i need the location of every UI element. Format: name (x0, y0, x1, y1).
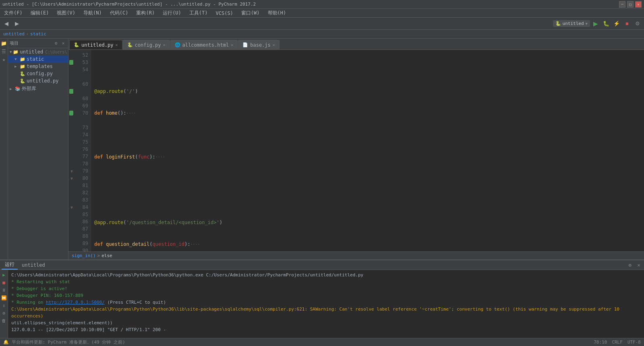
tree-label-templates: templates (27, 64, 53, 69)
tab-close-allcomments[interactable]: ✕ (231, 43, 233, 47)
minimize-button[interactable]: ─ (619, 1, 625, 8)
tree-icon-config: 🐍 (20, 71, 25, 76)
run-filter-icon[interactable]: ⚙ (1, 310, 7, 316)
run-coverage-button[interactable]: ⚡ (612, 19, 621, 29)
run-text-7: 127.0.0.1 -- [22/Dec/2017 10:10:09] "GET… (11, 327, 166, 332)
tab-close-config[interactable]: ✕ (163, 43, 166, 47)
nav-project[interactable]: untitled (3, 31, 25, 37)
run-scroll-icon[interactable]: ↕ (1, 302, 7, 309)
menu-file[interactable]: 文件(F) (2, 9, 25, 17)
sidebar-gear-icon[interactable]: ⚙ (53, 40, 59, 47)
code-content[interactable]: @app.route('/') def home():···· def logi… (91, 50, 644, 251)
toolbar-settings-button[interactable]: ⚙ (633, 19, 642, 29)
project-icon[interactable]: 📁 (1, 40, 7, 47)
run-stop-icon[interactable]: ■ (1, 279, 7, 286)
menu-refactor[interactable]: 重构(R) (134, 9, 157, 17)
bottom-panel: 运行 untitled ⚙ ✕ ▶ ■ ⏸ ⏩ ↕ ⚙ 🗑 C:\Users\A… (0, 260, 644, 338)
window-controls: ─ □ ✕ (619, 1, 642, 8)
stop-button[interactable]: ■ (622, 19, 632, 29)
menu-vcs[interactable]: VCS(S) (213, 10, 236, 16)
status-update[interactable]: 🔔 平台和插件更新: PyCharm 准备更新。(49 分钟 之前) (3, 339, 125, 345)
menu-view[interactable]: 视图(V) (54, 9, 78, 17)
run-play-icon[interactable]: ▶ (1, 272, 7, 278)
sidebar-close-icon[interactable]: ✕ (60, 40, 66, 47)
tab-icon-base-js: 📄 (242, 42, 248, 47)
gutter-69 (69, 88, 74, 95)
toolbar-back-button[interactable]: ◀ (2, 19, 11, 29)
gutter-93 (69, 247, 74, 251)
code-editor[interactable]: ▼ ▼ ▼ 52 53 54 60 6 (68, 50, 644, 251)
toolbar-forward-button[interactable]: ▶ (12, 19, 22, 29)
breadcrumb-sep: > (97, 253, 100, 258)
status-right: 78:10 CRLF UTF-8 (594, 340, 641, 345)
gutter-83: ▼ (69, 175, 74, 182)
gutter-75 (69, 117, 74, 124)
toolbar-right: 🐍 untitled ▼ ▶ 🐛 ⚡ ■ ⚙ (553, 19, 642, 29)
run-line-4: * Running on http://127.0.0.1:5000/ (Pre… (11, 299, 641, 306)
run-pause-icon[interactable]: ⏸ (1, 287, 7, 293)
menu-run[interactable]: 运行(U) (160, 9, 184, 17)
sidebar: 项目 ⚙ ✕ ▼ 📁 untitled C:\Users\ ▼ 📁 static… (8, 39, 68, 260)
tree-path-untitled: C:\Users\ (45, 50, 67, 54)
close-button[interactable]: ✕ (635, 1, 642, 8)
nav-static[interactable]: static (30, 31, 46, 37)
menu-window[interactable]: 窗口(W) (239, 9, 262, 17)
tree-item-external-libs[interactable]: ▶ 📚 外部库 (8, 84, 68, 93)
tab-allcomments[interactable]: 🌐 allcomments.html ✕ (170, 40, 238, 49)
debug-button[interactable]: 🐛 (601, 19, 611, 29)
tree-item-static[interactable]: ▼ 📁 static (8, 56, 68, 63)
status-line-col[interactable]: 78:10 (594, 340, 607, 345)
tab-close-untitled[interactable]: ✕ (115, 43, 118, 47)
line-60: def loginFirst(func):···· (94, 153, 641, 161)
tree-arrow-untitled: ▼ (10, 50, 12, 54)
run-line-6: util.ellipses_string(element.element)) (11, 319, 641, 326)
menu-edit[interactable]: 编辑(E) (28, 9, 52, 17)
status-encoding[interactable]: UTF-8 (627, 340, 641, 345)
menu-code[interactable]: 代码(C) (108, 9, 131, 17)
bottom-tab-untitled[interactable]: untitled (19, 262, 48, 269)
gutter-89 (69, 218, 74, 225)
gutter-85 (69, 189, 74, 196)
tree-item-untitled-py[interactable]: 🐍 untitled.py (8, 77, 68, 84)
menu-navigate[interactable]: 导航(N) (81, 9, 104, 17)
run-label-2: * Debugger is active! (11, 286, 67, 291)
tree-item-untitled[interactable]: ▼ 📁 untitled C:\Users\ (8, 48, 68, 56)
line-53: @app.route('/') (94, 88, 641, 95)
toolbar: ◀ ▶ 🐍 untitled ▼ ▶ 🐛 ⚡ ■ ⚙ (0, 18, 644, 30)
line-blank-2 (94, 175, 641, 183)
gutter-78 (69, 138, 74, 146)
run-trash-icon[interactable]: 🗑 (1, 317, 7, 324)
tab-config-py[interactable]: 🐍 config.py ✕ (123, 40, 170, 49)
line-numbers: 52 53 54 60 68 69 70 73 74 75 76 77 78 7… (75, 50, 91, 251)
menu-tools[interactable]: 工具(T) (187, 9, 210, 17)
menu-help[interactable]: 帮助(H) (265, 9, 289, 17)
favorites-icon[interactable]: ★ (1, 56, 7, 63)
gutter-70 (69, 95, 74, 102)
bottom-run-content: C:\Users\Administrator\AppData\Local\Pro… (8, 270, 644, 338)
run-resume-icon[interactable]: ⏩ (1, 295, 7, 301)
gutter-84 (69, 182, 74, 189)
fold-marker-87[interactable]: ▼ (70, 205, 73, 210)
toolbar-left: ◀ ▶ (2, 19, 22, 29)
tab-untitled-py[interactable]: 🐍 untitled.py ✕ (69, 40, 122, 49)
tree-arrow-static: ▼ (14, 57, 19, 61)
gutter-82: ▼ (69, 167, 74, 175)
tab-base-js[interactable]: 📄 base.js ✕ (238, 40, 280, 49)
run-button[interactable]: ▶ (591, 19, 601, 29)
tree-item-templates[interactable]: ▶ 📁 templates (8, 63, 68, 70)
line-52 (94, 66, 641, 73)
fold-marker-82[interactable]: ▼ (70, 169, 73, 173)
status-crlf[interactable]: CRLF (612, 340, 623, 345)
bottom-settings-icon[interactable]: ⚙ (626, 262, 634, 269)
line-blank-1 (94, 132, 641, 139)
tree-item-config[interactable]: 🐍 config.py (8, 70, 68, 77)
bottom-tab-run[interactable]: 运行 (2, 260, 18, 270)
run-link-4[interactable]: http://127.0.0.1:5000/ (46, 300, 105, 305)
structure-icon[interactable]: ☰ (1, 48, 7, 55)
fold-marker-83[interactable]: ▼ (70, 176, 73, 181)
title-bar: untitled - [C:\Users\Administrator\Pycha… (0, 0, 644, 9)
maximize-button[interactable]: □ (627, 1, 634, 8)
tab-close-base-js[interactable]: ✕ (273, 43, 275, 47)
run-config-selector[interactable]: 🐍 untitled ▼ (553, 20, 590, 27)
bottom-close-icon[interactable]: ✕ (635, 262, 642, 269)
